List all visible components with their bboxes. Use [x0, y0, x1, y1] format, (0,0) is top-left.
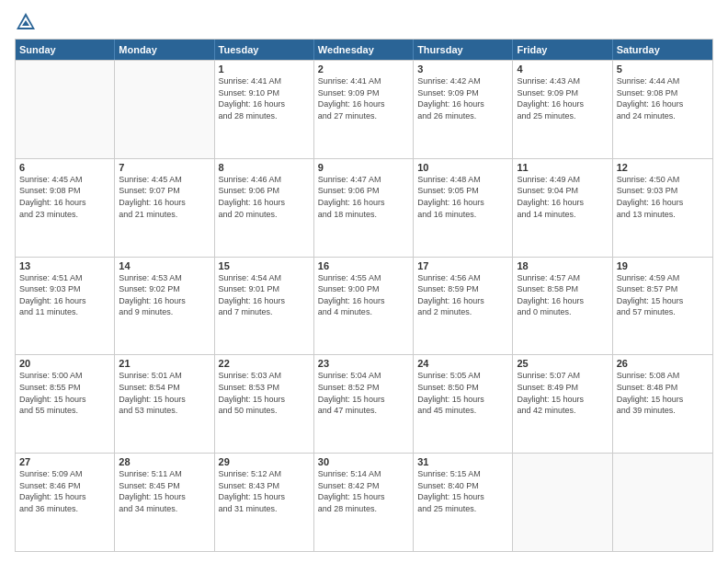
day-number: 22	[219, 358, 310, 369]
calendar-day-22: 22Sunrise: 5:03 AM Sunset: 8:53 PM Dayli…	[215, 355, 314, 453]
day-info: Sunrise: 5:00 AM Sunset: 8:55 PM Dayligh…	[19, 370, 110, 416]
calendar-day-10: 10Sunrise: 4:48 AM Sunset: 9:05 PM Dayli…	[414, 159, 513, 257]
day-number: 17	[417, 260, 508, 271]
calendar-day-24: 24Sunrise: 5:05 AM Sunset: 8:50 PM Dayli…	[414, 355, 513, 453]
day-info: Sunrise: 4:43 AM Sunset: 9:09 PM Dayligh…	[517, 75, 608, 121]
day-number: 11	[517, 162, 608, 173]
calendar-empty-cell	[115, 61, 214, 158]
day-number: 10	[417, 162, 508, 173]
calendar-day-3: 3Sunrise: 4:42 AM Sunset: 9:09 PM Daylig…	[414, 61, 513, 158]
day-number: 14	[119, 260, 210, 271]
day-header-tuesday: Tuesday	[215, 40, 314, 60]
calendar-day-11: 11Sunrise: 4:49 AM Sunset: 9:04 PM Dayli…	[513, 159, 612, 257]
day-header-saturday: Saturday	[613, 40, 712, 60]
day-info: Sunrise: 4:45 AM Sunset: 9:08 PM Dayligh…	[19, 174, 110, 220]
calendar-header: SundayMondayTuesdayWednesdayThursdayFrid…	[16, 40, 712, 60]
day-number: 20	[19, 358, 110, 369]
calendar-day-17: 17Sunrise: 4:56 AM Sunset: 8:59 PM Dayli…	[414, 258, 513, 355]
day-info: Sunrise: 4:55 AM Sunset: 9:00 PM Dayligh…	[318, 272, 409, 318]
day-number: 29	[219, 456, 310, 467]
day-info: Sunrise: 4:44 AM Sunset: 9:08 PM Dayligh…	[617, 75, 709, 121]
calendar-day-12: 12Sunrise: 4:50 AM Sunset: 9:03 PM Dayli…	[613, 159, 712, 257]
day-info: Sunrise: 4:41 AM Sunset: 9:09 PM Dayligh…	[318, 75, 409, 121]
day-number: 19	[617, 260, 709, 271]
day-header-friday: Friday	[513, 40, 612, 60]
day-info: Sunrise: 5:15 AM Sunset: 8:40 PM Dayligh…	[417, 468, 508, 514]
calendar-day-7: 7Sunrise: 4:45 AM Sunset: 9:07 PM Daylig…	[115, 159, 214, 257]
calendar-body: 1Sunrise: 4:41 AM Sunset: 9:10 PM Daylig…	[16, 60, 712, 551]
day-info: Sunrise: 4:51 AM Sunset: 9:03 PM Dayligh…	[19, 272, 110, 318]
logo	[15, 11, 40, 33]
calendar-day-19: 19Sunrise: 4:59 AM Sunset: 8:57 PM Dayli…	[613, 258, 712, 355]
calendar-day-8: 8Sunrise: 4:46 AM Sunset: 9:06 PM Daylig…	[215, 159, 314, 257]
day-info: Sunrise: 4:57 AM Sunset: 8:58 PM Dayligh…	[517, 272, 608, 318]
calendar-row-1: 6Sunrise: 4:45 AM Sunset: 9:08 PM Daylig…	[16, 158, 712, 257]
calendar-row-2: 13Sunrise: 4:51 AM Sunset: 9:03 PM Dayli…	[16, 257, 712, 355]
day-number: 5	[617, 63, 709, 75]
calendar-day-23: 23Sunrise: 5:04 AM Sunset: 8:52 PM Dayli…	[314, 355, 414, 453]
day-number: 12	[617, 162, 709, 173]
day-number: 27	[19, 456, 110, 467]
day-number: 25	[517, 358, 608, 369]
day-info: Sunrise: 4:50 AM Sunset: 9:03 PM Dayligh…	[617, 174, 709, 220]
day-info: Sunrise: 5:04 AM Sunset: 8:52 PM Dayligh…	[318, 370, 409, 416]
calendar-day-1: 1Sunrise: 4:41 AM Sunset: 9:10 PM Daylig…	[215, 61, 314, 158]
day-info: Sunrise: 4:54 AM Sunset: 9:01 PM Dayligh…	[219, 272, 310, 318]
page-header	[15, 11, 713, 33]
day-info: Sunrise: 4:56 AM Sunset: 8:59 PM Dayligh…	[417, 272, 508, 318]
calendar-day-2: 2Sunrise: 4:41 AM Sunset: 9:09 PM Daylig…	[314, 61, 414, 158]
day-info: Sunrise: 4:42 AM Sunset: 9:09 PM Dayligh…	[417, 75, 508, 121]
day-number: 9	[318, 162, 409, 173]
day-info: Sunrise: 5:09 AM Sunset: 8:46 PM Dayligh…	[19, 468, 110, 514]
calendar-day-4: 4Sunrise: 4:43 AM Sunset: 9:09 PM Daylig…	[513, 61, 612, 158]
day-header-thursday: Thursday	[414, 40, 513, 60]
day-number: 16	[318, 260, 409, 271]
calendar-day-13: 13Sunrise: 4:51 AM Sunset: 9:03 PM Dayli…	[16, 258, 115, 355]
calendar-day-28: 28Sunrise: 5:11 AM Sunset: 8:45 PM Dayli…	[115, 454, 214, 551]
day-header-wednesday: Wednesday	[314, 40, 414, 60]
day-info: Sunrise: 5:07 AM Sunset: 8:49 PM Dayligh…	[517, 370, 608, 416]
calendar: SundayMondayTuesdayWednesdayThursdayFrid…	[15, 39, 713, 552]
day-info: Sunrise: 4:45 AM Sunset: 9:07 PM Dayligh…	[119, 174, 210, 220]
calendar-day-30: 30Sunrise: 5:14 AM Sunset: 8:42 PM Dayli…	[314, 454, 414, 551]
day-info: Sunrise: 5:08 AM Sunset: 8:48 PM Dayligh…	[617, 370, 709, 416]
day-number: 15	[219, 260, 310, 271]
calendar-row-0: 1Sunrise: 4:41 AM Sunset: 9:10 PM Daylig…	[16, 60, 712, 158]
day-info: Sunrise: 4:49 AM Sunset: 9:04 PM Dayligh…	[517, 174, 608, 220]
calendar-row-3: 20Sunrise: 5:00 AM Sunset: 8:55 PM Dayli…	[16, 354, 712, 453]
day-number: 18	[517, 260, 608, 271]
day-number: 4	[517, 63, 608, 75]
calendar-empty-cell	[613, 454, 712, 551]
calendar-day-20: 20Sunrise: 5:00 AM Sunset: 8:55 PM Dayli…	[16, 355, 115, 453]
calendar-day-18: 18Sunrise: 4:57 AM Sunset: 8:58 PM Dayli…	[513, 258, 612, 355]
day-number: 26	[617, 358, 709, 369]
day-number: 2	[318, 63, 409, 75]
day-number: 6	[19, 162, 110, 173]
calendar-day-5: 5Sunrise: 4:44 AM Sunset: 9:08 PM Daylig…	[613, 61, 712, 158]
calendar-day-6: 6Sunrise: 4:45 AM Sunset: 9:08 PM Daylig…	[16, 159, 115, 257]
calendar-day-27: 27Sunrise: 5:09 AM Sunset: 8:46 PM Dayli…	[16, 454, 115, 551]
day-number: 24	[417, 358, 508, 369]
day-number: 31	[417, 456, 508, 467]
day-number: 13	[19, 260, 110, 271]
day-info: Sunrise: 4:59 AM Sunset: 8:57 PM Dayligh…	[617, 272, 709, 318]
calendar-page: SundayMondayTuesdayWednesdayThursdayFrid…	[0, 0, 728, 563]
day-number: 30	[318, 456, 409, 467]
day-info: Sunrise: 5:11 AM Sunset: 8:45 PM Dayligh…	[119, 468, 210, 514]
day-number: 8	[219, 162, 310, 173]
day-info: Sunrise: 5:03 AM Sunset: 8:53 PM Dayligh…	[219, 370, 310, 416]
day-info: Sunrise: 4:41 AM Sunset: 9:10 PM Dayligh…	[219, 75, 310, 121]
logo-icon	[15, 11, 37, 33]
day-number: 1	[219, 63, 310, 75]
calendar-day-16: 16Sunrise: 4:55 AM Sunset: 9:00 PM Dayli…	[314, 258, 414, 355]
calendar-day-14: 14Sunrise: 4:53 AM Sunset: 9:02 PM Dayli…	[115, 258, 214, 355]
day-info: Sunrise: 4:47 AM Sunset: 9:06 PM Dayligh…	[318, 174, 409, 220]
calendar-day-29: 29Sunrise: 5:12 AM Sunset: 8:43 PM Dayli…	[215, 454, 314, 551]
calendar-empty-cell	[513, 454, 612, 551]
calendar-day-21: 21Sunrise: 5:01 AM Sunset: 8:54 PM Dayli…	[115, 355, 214, 453]
calendar-row-4: 27Sunrise: 5:09 AM Sunset: 8:46 PM Dayli…	[16, 453, 712, 551]
day-number: 23	[318, 358, 409, 369]
calendar-day-25: 25Sunrise: 5:07 AM Sunset: 8:49 PM Dayli…	[513, 355, 612, 453]
day-info: Sunrise: 4:48 AM Sunset: 9:05 PM Dayligh…	[417, 174, 508, 220]
day-number: 7	[119, 162, 210, 173]
